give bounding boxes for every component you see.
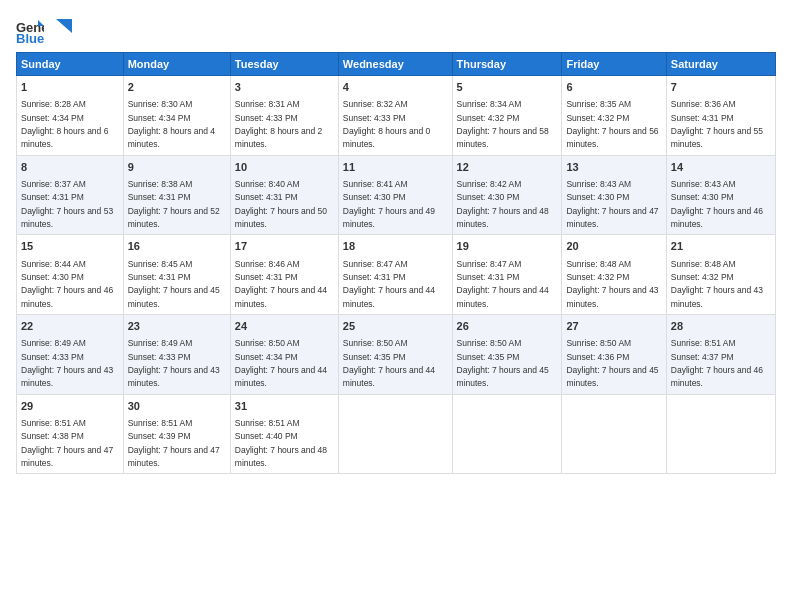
weekday-header-thursday: Thursday bbox=[452, 53, 562, 76]
calendar-cell: 21Sunrise: 8:48 AMSunset: 4:32 PMDayligh… bbox=[666, 235, 775, 315]
day-detail: Sunrise: 8:30 AMSunset: 4:34 PMDaylight:… bbox=[128, 99, 215, 149]
day-number: 19 bbox=[457, 239, 558, 254]
day-detail: Sunrise: 8:47 AMSunset: 4:31 PMDaylight:… bbox=[457, 259, 549, 309]
calendar-cell: 31Sunrise: 8:51 AMSunset: 4:40 PMDayligh… bbox=[230, 394, 338, 474]
day-number: 26 bbox=[457, 319, 558, 334]
calendar-cell: 3Sunrise: 8:31 AMSunset: 4:33 PMDaylight… bbox=[230, 76, 338, 156]
day-number: 9 bbox=[128, 160, 226, 175]
calendar-cell: 6Sunrise: 8:35 AMSunset: 4:32 PMDaylight… bbox=[562, 76, 666, 156]
day-detail: Sunrise: 8:47 AMSunset: 4:31 PMDaylight:… bbox=[343, 259, 435, 309]
day-detail: Sunrise: 8:50 AMSunset: 4:35 PMDaylight:… bbox=[457, 338, 549, 388]
day-number: 2 bbox=[128, 80, 226, 95]
calendar-week-row: 29Sunrise: 8:51 AMSunset: 4:38 PMDayligh… bbox=[17, 394, 776, 474]
day-number: 30 bbox=[128, 399, 226, 414]
calendar-cell bbox=[666, 394, 775, 474]
weekday-header-monday: Monday bbox=[123, 53, 230, 76]
logo-icon: General Blue bbox=[16, 16, 44, 44]
day-number: 15 bbox=[21, 239, 119, 254]
day-number: 7 bbox=[671, 80, 771, 95]
day-detail: Sunrise: 8:44 AMSunset: 4:30 PMDaylight:… bbox=[21, 259, 113, 309]
day-detail: Sunrise: 8:49 AMSunset: 4:33 PMDaylight:… bbox=[21, 338, 113, 388]
day-number: 5 bbox=[457, 80, 558, 95]
day-number: 12 bbox=[457, 160, 558, 175]
weekday-header-sunday: Sunday bbox=[17, 53, 124, 76]
day-detail: Sunrise: 8:51 AMSunset: 4:37 PMDaylight:… bbox=[671, 338, 763, 388]
day-number: 1 bbox=[21, 80, 119, 95]
day-number: 29 bbox=[21, 399, 119, 414]
calendar-cell bbox=[562, 394, 666, 474]
day-detail: Sunrise: 8:51 AMSunset: 4:38 PMDaylight:… bbox=[21, 418, 113, 468]
day-detail: Sunrise: 8:37 AMSunset: 4:31 PMDaylight:… bbox=[21, 179, 113, 229]
calendar-cell: 14Sunrise: 8:43 AMSunset: 4:30 PMDayligh… bbox=[666, 155, 775, 235]
day-detail: Sunrise: 8:41 AMSunset: 4:30 PMDaylight:… bbox=[343, 179, 435, 229]
calendar-cell: 16Sunrise: 8:45 AMSunset: 4:31 PMDayligh… bbox=[123, 235, 230, 315]
day-detail: Sunrise: 8:35 AMSunset: 4:32 PMDaylight:… bbox=[566, 99, 658, 149]
calendar-page: General Blue SundayMondayTuesdayWednesda… bbox=[0, 0, 792, 612]
day-detail: Sunrise: 8:36 AMSunset: 4:31 PMDaylight:… bbox=[671, 99, 763, 149]
day-detail: Sunrise: 8:51 AMSunset: 4:39 PMDaylight:… bbox=[128, 418, 220, 468]
weekday-header-wednesday: Wednesday bbox=[338, 53, 452, 76]
day-number: 3 bbox=[235, 80, 334, 95]
day-number: 18 bbox=[343, 239, 448, 254]
calendar-cell: 26Sunrise: 8:50 AMSunset: 4:35 PMDayligh… bbox=[452, 314, 562, 394]
day-detail: Sunrise: 8:50 AMSunset: 4:34 PMDaylight:… bbox=[235, 338, 327, 388]
day-detail: Sunrise: 8:31 AMSunset: 4:33 PMDaylight:… bbox=[235, 99, 322, 149]
calendar-week-row: 15Sunrise: 8:44 AMSunset: 4:30 PMDayligh… bbox=[17, 235, 776, 315]
day-detail: Sunrise: 8:34 AMSunset: 4:32 PMDaylight:… bbox=[457, 99, 549, 149]
weekday-header-friday: Friday bbox=[562, 53, 666, 76]
calendar-cell: 28Sunrise: 8:51 AMSunset: 4:37 PMDayligh… bbox=[666, 314, 775, 394]
calendar-cell: 13Sunrise: 8:43 AMSunset: 4:30 PMDayligh… bbox=[562, 155, 666, 235]
day-number: 8 bbox=[21, 160, 119, 175]
calendar-cell: 24Sunrise: 8:50 AMSunset: 4:34 PMDayligh… bbox=[230, 314, 338, 394]
day-detail: Sunrise: 8:46 AMSunset: 4:31 PMDaylight:… bbox=[235, 259, 327, 309]
day-detail: Sunrise: 8:40 AMSunset: 4:31 PMDaylight:… bbox=[235, 179, 327, 229]
day-number: 24 bbox=[235, 319, 334, 334]
day-number: 11 bbox=[343, 160, 448, 175]
calendar-cell: 8Sunrise: 8:37 AMSunset: 4:31 PMDaylight… bbox=[17, 155, 124, 235]
calendar-cell: 29Sunrise: 8:51 AMSunset: 4:38 PMDayligh… bbox=[17, 394, 124, 474]
calendar-cell: 10Sunrise: 8:40 AMSunset: 4:31 PMDayligh… bbox=[230, 155, 338, 235]
calendar-cell: 22Sunrise: 8:49 AMSunset: 4:33 PMDayligh… bbox=[17, 314, 124, 394]
calendar-cell bbox=[338, 394, 452, 474]
day-number: 22 bbox=[21, 319, 119, 334]
day-detail: Sunrise: 8:49 AMSunset: 4:33 PMDaylight:… bbox=[128, 338, 220, 388]
day-number: 17 bbox=[235, 239, 334, 254]
calendar-cell bbox=[452, 394, 562, 474]
day-number: 23 bbox=[128, 319, 226, 334]
day-number: 14 bbox=[671, 160, 771, 175]
calendar-cell: 17Sunrise: 8:46 AMSunset: 4:31 PMDayligh… bbox=[230, 235, 338, 315]
calendar-week-row: 1Sunrise: 8:28 AMSunset: 4:34 PMDaylight… bbox=[17, 76, 776, 156]
calendar-cell: 5Sunrise: 8:34 AMSunset: 4:32 PMDaylight… bbox=[452, 76, 562, 156]
calendar-cell: 4Sunrise: 8:32 AMSunset: 4:33 PMDaylight… bbox=[338, 76, 452, 156]
day-detail: Sunrise: 8:28 AMSunset: 4:34 PMDaylight:… bbox=[21, 99, 108, 149]
calendar-cell: 2Sunrise: 8:30 AMSunset: 4:34 PMDaylight… bbox=[123, 76, 230, 156]
weekday-header-tuesday: Tuesday bbox=[230, 53, 338, 76]
calendar-cell: 11Sunrise: 8:41 AMSunset: 4:30 PMDayligh… bbox=[338, 155, 452, 235]
day-detail: Sunrise: 8:50 AMSunset: 4:36 PMDaylight:… bbox=[566, 338, 658, 388]
day-detail: Sunrise: 8:32 AMSunset: 4:33 PMDaylight:… bbox=[343, 99, 430, 149]
logo-chevron-icon bbox=[56, 19, 72, 33]
calendar-cell: 15Sunrise: 8:44 AMSunset: 4:30 PMDayligh… bbox=[17, 235, 124, 315]
day-number: 20 bbox=[566, 239, 661, 254]
day-number: 10 bbox=[235, 160, 334, 175]
day-detail: Sunrise: 8:38 AMSunset: 4:31 PMDaylight:… bbox=[128, 179, 220, 229]
day-number: 25 bbox=[343, 319, 448, 334]
day-number: 28 bbox=[671, 319, 771, 334]
day-number: 13 bbox=[566, 160, 661, 175]
weekday-header-row: SundayMondayTuesdayWednesdayThursdayFrid… bbox=[17, 53, 776, 76]
day-detail: Sunrise: 8:48 AMSunset: 4:32 PMDaylight:… bbox=[671, 259, 763, 309]
day-detail: Sunrise: 8:43 AMSunset: 4:30 PMDaylight:… bbox=[566, 179, 658, 229]
svg-marker-3 bbox=[56, 19, 72, 33]
calendar-cell: 1Sunrise: 8:28 AMSunset: 4:34 PMDaylight… bbox=[17, 76, 124, 156]
day-detail: Sunrise: 8:48 AMSunset: 4:32 PMDaylight:… bbox=[566, 259, 658, 309]
day-detail: Sunrise: 8:51 AMSunset: 4:40 PMDaylight:… bbox=[235, 418, 327, 468]
day-number: 31 bbox=[235, 399, 334, 414]
calendar-cell: 18Sunrise: 8:47 AMSunset: 4:31 PMDayligh… bbox=[338, 235, 452, 315]
svg-text:Blue: Blue bbox=[16, 31, 44, 44]
day-number: 16 bbox=[128, 239, 226, 254]
header: General Blue bbox=[16, 16, 776, 44]
calendar-table: SundayMondayTuesdayWednesdayThursdayFrid… bbox=[16, 52, 776, 474]
calendar-week-row: 8Sunrise: 8:37 AMSunset: 4:31 PMDaylight… bbox=[17, 155, 776, 235]
calendar-cell: 20Sunrise: 8:48 AMSunset: 4:32 PMDayligh… bbox=[562, 235, 666, 315]
calendar-cell: 12Sunrise: 8:42 AMSunset: 4:30 PMDayligh… bbox=[452, 155, 562, 235]
